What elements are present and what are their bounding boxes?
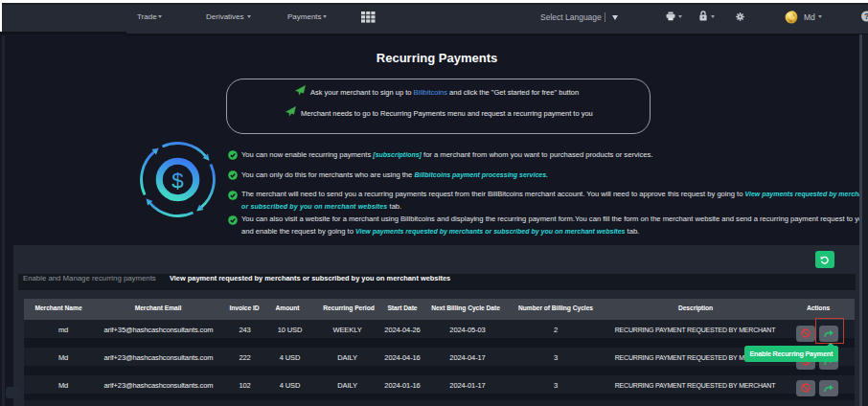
svg-text:?: ? [864,12,868,21]
svg-text:$: $ [171,169,184,192]
